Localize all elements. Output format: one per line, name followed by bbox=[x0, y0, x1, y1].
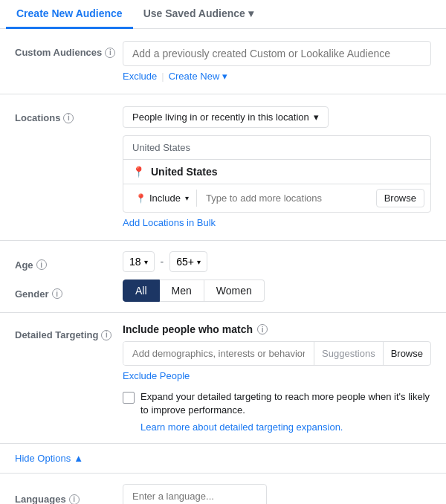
detailed-targeting-label: Detailed Targeting i bbox=[15, 323, 123, 340]
chevron-down-include: ▾ bbox=[185, 194, 189, 202]
locations-info-icon[interactable]: i bbox=[63, 113, 74, 123]
pin-small-icon: 📍 bbox=[135, 193, 146, 204]
exclude-people-link[interactable]: Exclude People bbox=[123, 370, 431, 381]
detailed-targeting-content: Include people who match i Suggestions B… bbox=[123, 323, 431, 433]
targeting-input-box: Suggestions Browse bbox=[123, 341, 431, 366]
pin-icon: 📍 bbox=[132, 166, 145, 178]
languages-content bbox=[123, 484, 431, 504]
hide-options-row[interactable]: Hide Options ▲ bbox=[0, 444, 446, 474]
gender-content: All Men Women bbox=[123, 280, 431, 302]
custom-audiences-input[interactable] bbox=[123, 41, 431, 66]
age-min-dropdown[interactable]: 18 ▾ bbox=[123, 251, 155, 272]
age-max-dropdown[interactable]: 65+ ▾ bbox=[169, 251, 207, 272]
gender-women-button[interactable]: Women bbox=[204, 280, 265, 302]
exclude-create-row: Exclude | Create New ▾ bbox=[123, 71, 431, 82]
languages-connections-section: Languages i Connections i Add a connecti… bbox=[0, 474, 446, 504]
gender-label: Gender i bbox=[15, 282, 123, 300]
locations-content: People living in or recently in this loc… bbox=[123, 106, 431, 228]
age-gender-section: Age i 18 ▾ - 65+ ▾ Gender i All Men Wome… bbox=[0, 241, 446, 313]
location-box: United States 📍 United States 📍 Include … bbox=[123, 135, 431, 213]
create-new-link[interactable]: Create New ▾ bbox=[169, 71, 227, 82]
include-match-row: Include people who match i bbox=[123, 323, 431, 335]
age-label: Age i bbox=[15, 253, 123, 271]
detailed-targeting-info-icon[interactable]: i bbox=[101, 330, 112, 340]
detailed-targeting-section: Detailed Targeting i Include people who … bbox=[0, 313, 446, 444]
expand-targeting-row: Expand your detailed targeting to reach … bbox=[123, 390, 431, 433]
custom-audiences-label: Custom Audiences i bbox=[15, 41, 123, 58]
include-match-info-icon[interactable]: i bbox=[257, 324, 268, 335]
exclude-link[interactable]: Exclude bbox=[123, 71, 157, 82]
chevron-down-icon-create: ▾ bbox=[222, 71, 227, 82]
custom-audiences-content: Exclude | Create New ▾ bbox=[123, 41, 431, 82]
expand-targeting-text: Expand your detailed targeting to reach … bbox=[140, 390, 431, 417]
targeting-browse-button[interactable]: Browse bbox=[383, 342, 430, 365]
add-locations-bulk-link[interactable]: Add Locations in Bulk bbox=[123, 217, 431, 228]
gender-info-icon[interactable]: i bbox=[52, 288, 62, 299]
custom-audiences-section: Custom Audiences i Exclude | Create New … bbox=[0, 29, 446, 94]
locations-section: Locations i People living in or recently… bbox=[0, 94, 446, 241]
chevron-down-icon: ▾ bbox=[248, 7, 253, 19]
learn-more-link[interactable]: Learn more about detailed targeting expa… bbox=[140, 421, 431, 433]
expand-targeting-checkbox[interactable] bbox=[123, 392, 135, 404]
locations-label: Locations i bbox=[15, 106, 123, 123]
languages-info-icon[interactable]: i bbox=[69, 494, 80, 504]
languages-label: Languages i bbox=[15, 488, 123, 504]
location-type-button[interactable]: People living in or recently in this loc… bbox=[123, 106, 329, 128]
tab-create-new[interactable]: Create New Audience bbox=[6, 0, 133, 29]
suggestions-button[interactable]: Suggestions bbox=[314, 342, 383, 365]
tabs-container: Create New Audience Use Saved Audience ▾ bbox=[0, 0, 446, 29]
gender-button-group: All Men Women bbox=[123, 280, 431, 302]
age-info-icon[interactable]: i bbox=[36, 259, 47, 270]
chevron-up-icon: ▲ bbox=[74, 453, 83, 464]
gender-all-button[interactable]: All bbox=[123, 280, 160, 302]
tab-use-saved[interactable]: Use Saved Audience ▾ bbox=[133, 0, 264, 29]
targeting-search-input[interactable] bbox=[123, 342, 314, 365]
chevron-down-age-max: ▾ bbox=[197, 258, 201, 266]
location-browse-button[interactable]: Browse bbox=[376, 189, 424, 207]
language-input[interactable] bbox=[123, 484, 267, 504]
gender-men-button[interactable]: Men bbox=[160, 280, 204, 302]
chevron-down-age-min: ▾ bbox=[144, 258, 148, 266]
include-dropdown[interactable]: 📍 Include ▾ bbox=[129, 190, 197, 207]
age-dash: - bbox=[161, 256, 164, 268]
location-entry: 📍 United States bbox=[123, 160, 430, 184]
age-content: 18 ▾ - 65+ ▾ bbox=[123, 251, 431, 272]
location-country-header: United States bbox=[123, 136, 430, 160]
location-input-row: 📍 Include ▾ Browse bbox=[123, 184, 430, 212]
custom-audiences-info-icon[interactable]: i bbox=[105, 48, 115, 58]
location-search-input[interactable] bbox=[201, 191, 372, 205]
chevron-down-icon-loc: ▾ bbox=[314, 112, 319, 123]
